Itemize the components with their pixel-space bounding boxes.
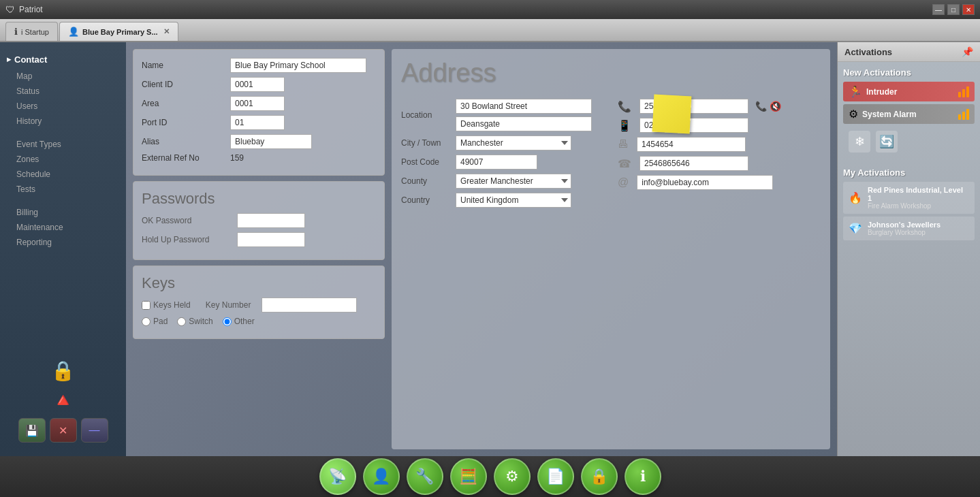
save-button[interactable]: 💾 <box>18 418 46 443</box>
phone3-row: ☎ <box>618 156 821 171</box>
city-label: City / Town <box>401 138 456 148</box>
taskbar-maintenance-btn[interactable]: 🔧 <box>407 458 443 495</box>
tab-bluebay[interactable]: 👤 Blue Bay Primary S... ✕ <box>59 22 178 41</box>
sidebar-item-event-types[interactable]: Event Types <box>0 137 126 152</box>
city-select[interactable]: Manchester <box>456 135 571 150</box>
ok-password-label: OK Password <box>142 216 237 225</box>
system-alarm-activation[interactable]: ⚙ System Alarm <box>843 104 975 124</box>
postcode-input[interactable] <box>456 155 537 170</box>
sidebar-bottom: 🔒 🔺 💾 ✕ — <box>0 353 126 449</box>
holdup-password-input[interactable] <box>237 232 305 247</box>
pad-option[interactable]: Pad <box>142 317 168 326</box>
address-main: Location City / Town Manchester <box>401 99 821 212</box>
minimize-button[interactable]: — <box>81 418 108 443</box>
red-pines-sub: Fire Alarm Workshop <box>868 202 969 210</box>
sticky-note <box>652 95 692 134</box>
keys-panel: Keys Keys Held Key Number Pad <box>133 266 385 339</box>
other-radio[interactable] <box>223 317 232 326</box>
sidebar-item-map[interactable]: Map <box>0 69 126 84</box>
key-number-label: Key Number <box>206 300 251 310</box>
switch-radio[interactable] <box>177 317 186 326</box>
location-line1-input[interactable] <box>456 99 592 114</box>
bluebay-tab-icon: 👤 <box>68 27 79 37</box>
bluebay-tab-label: Blue Bay Primary S... <box>82 28 158 36</box>
taskbar-documents-btn[interactable]: 📄 <box>537 458 574 495</box>
title-bar: 🛡 Patriot — □ ✕ <box>0 0 980 19</box>
minimize-btn[interactable]: — <box>932 4 945 15</box>
country-select[interactable]: United Kingdom <box>456 193 571 208</box>
keys-held-checkbox[interactable] <box>142 301 151 310</box>
phone1-row: 📞 📞 🔇 <box>618 99 821 114</box>
cancel-button[interactable]: ✕ <box>50 418 77 443</box>
activations-header: Activations 📌 <box>838 42 980 62</box>
taskbar-settings-btn[interactable]: ⚙ <box>494 458 531 495</box>
sidebar-item-schedule[interactable]: Schedule <box>0 167 126 182</box>
pad-radio[interactable] <box>142 317 151 326</box>
app-icon: 🛡 <box>5 4 15 15</box>
other-option[interactable]: Other <box>223 317 255 326</box>
keys-title: Keys <box>142 274 376 292</box>
taskbar-monitoring-btn[interactable]: 📡 Monitoring <box>319 458 356 495</box>
port-id-input[interactable] <box>230 115 285 130</box>
sidebar-item-status[interactable]: Status <box>0 84 126 99</box>
bluebay-tab-close[interactable]: ✕ <box>163 27 170 36</box>
tab-bar: ℹ i Startup 👤 Blue Bay Primary S... ✕ <box>0 19 980 42</box>
ok-password-input[interactable] <box>237 213 305 228</box>
alias-input[interactable] <box>230 134 312 149</box>
sidebar-item-billing[interactable]: Billing <box>0 205 126 220</box>
passwords-title: Passwords <box>142 190 376 208</box>
johnsons-title: Johnson's Jewellers <box>868 221 969 229</box>
startup-tab-label: i Startup <box>21 28 49 36</box>
keys-held-text: Keys Held <box>153 300 191 310</box>
sidebar-item-tests[interactable]: Tests <box>0 182 126 197</box>
refresh-icon-btn[interactable]: 🔄 <box>876 131 898 153</box>
address-fields: Location City / Town Manchester <box>401 99 604 212</box>
client-id-input[interactable] <box>230 77 285 92</box>
sidebar-item-maintenance[interactable]: Maintenance <box>0 220 126 235</box>
taskbar-info-btn[interactable]: ℹ <box>625 458 661 495</box>
sidebar-admin-section: Billing Maintenance Reporting <box>0 204 126 251</box>
activations-pin-icon[interactable]: 📌 <box>962 46 973 57</box>
key-type-row: Pad Switch Other <box>142 317 376 326</box>
keys-held-label[interactable]: Keys Held <box>142 300 191 310</box>
keys-held-row: Keys Held Key Number <box>142 298 376 312</box>
fax-input[interactable] <box>637 137 746 152</box>
intruder-activation[interactable]: 🏃 Intruder <box>843 82 975 101</box>
tab-startup[interactable]: ℹ i Startup <box>5 22 58 41</box>
sidebar-item-history[interactable]: History <box>0 114 126 129</box>
location-line2-input[interactable] <box>456 116 592 131</box>
email-input[interactable] <box>637 175 773 190</box>
sidebar-item-users[interactable]: Users <box>0 99 126 114</box>
red-pines-title: Red Pines Industrial, Level 1 <box>868 186 969 202</box>
county-select[interactable]: Greater Manchester <box>456 174 571 189</box>
taskbar-access-btn[interactable]: 🔒 <box>581 458 618 495</box>
sidebar-item-zones[interactable]: Zones <box>0 152 126 167</box>
cone-icon: 🔺 <box>7 389 119 411</box>
phone3-input[interactable] <box>639 156 748 171</box>
location-label: Location <box>401 110 456 120</box>
sidebar-item-reporting[interactable]: Reporting <box>0 235 126 250</box>
key-number-input[interactable] <box>262 298 357 312</box>
taskbar-reports-btn[interactable]: 🧮 <box>450 458 487 495</box>
taskbar-contacts-btn[interactable]: 👤 <box>363 458 400 495</box>
johnsons-activation[interactable]: 💎 Johnson's Jewellers Burglary Workshop <box>843 217 975 240</box>
window-controls: — □ ✕ <box>932 4 975 15</box>
address-content: Address Location <box>392 49 830 449</box>
my-activations-label: My Activations <box>843 167 975 178</box>
snowflake-icon-btn[interactable]: ❄ <box>849 131 870 153</box>
sidebar-item-contact[interactable]: Contact <box>0 50 126 69</box>
switch-option[interactable]: Switch <box>177 317 212 326</box>
app-container: 🛡 Patriot — □ ✕ ℹ i Startup 👤 Blue Bay P… <box>0 0 980 497</box>
action-icons-row: ❄ 🔄 <box>843 127 975 157</box>
close-btn[interactable]: ✕ <box>962 4 975 15</box>
city-row: City / Town Manchester <box>401 135 604 150</box>
red-pines-activation[interactable]: 🔥 Red Pines Industrial, Level 1 Fire Ala… <box>843 182 975 214</box>
county-row: County Greater Manchester <box>401 174 604 189</box>
phone1-extra-icons: 📞 🔇 <box>755 101 781 112</box>
postcode-label: Post Code <box>401 157 456 167</box>
area-row: Area <box>142 96 376 111</box>
maximize-btn[interactable]: □ <box>947 4 960 15</box>
name-input[interactable] <box>230 58 366 73</box>
area-input[interactable] <box>230 96 285 111</box>
intruder-bar <box>958 86 969 97</box>
